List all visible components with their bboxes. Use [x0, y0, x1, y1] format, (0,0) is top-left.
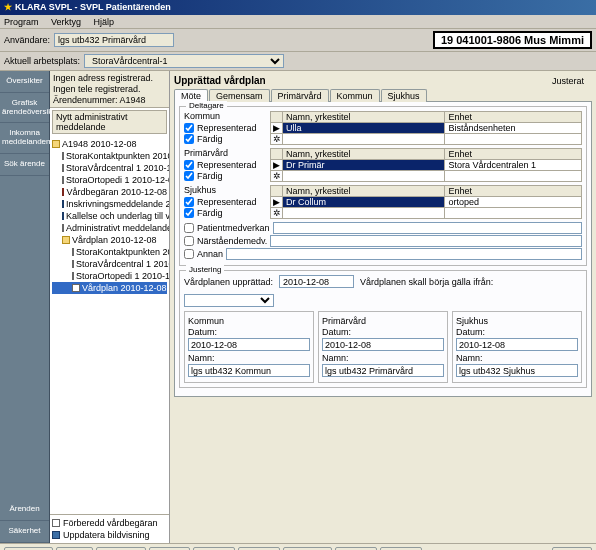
- deltagare-group: Deltagare KommunRepresenteradFärdigNamn,…: [179, 106, 587, 266]
- patient-banner: 19 041001-9806 Mus Mimmi: [433, 31, 592, 49]
- participant-unit[interactable]: ortoped: [445, 197, 581, 207]
- doc-icon: [62, 224, 64, 232]
- sidebar-item-sakerhet[interactable]: Säkerhet: [0, 521, 49, 543]
- just-date: 2010-12-08: [456, 338, 578, 351]
- menu-bar: Program Verktyg Hjälp: [0, 15, 596, 29]
- action-bar: RedigeraUtkastPubliceraAviseraJusteraKvi…: [0, 543, 596, 550]
- fardig-check[interactable]: Färdig: [184, 171, 266, 181]
- title-bar: ★ KLARA SVPL - SVPL Patientärenden: [0, 0, 596, 15]
- deltagare-legend: Deltagare: [186, 101, 227, 110]
- tree-item[interactable]: StoraKontaktpunkten 2010-12-0: [52, 150, 167, 162]
- status-justerat: Justerat: [552, 76, 584, 86]
- add-row-icon[interactable]: ✲: [271, 171, 283, 181]
- menu-program[interactable]: Program: [4, 17, 39, 27]
- doc-icon: [52, 519, 60, 527]
- tab-primarvard[interactable]: Primärvård: [271, 89, 329, 102]
- doc-icon: [72, 272, 74, 280]
- blue-icon: [62, 212, 64, 220]
- tree-header: Ingen adress registrerad. Ingen tele reg…: [50, 71, 169, 108]
- app-icon: ★: [4, 0, 12, 15]
- justering-legend: Justering: [186, 265, 224, 274]
- fardig-check[interactable]: Färdig: [184, 208, 266, 218]
- participant-name[interactable]: Dr Primär: [283, 160, 445, 170]
- participant-unit[interactable]: Stora Vårdcentralen 1: [445, 160, 581, 170]
- new-admin-msg-button[interactable]: Nytt administrativt meddelande: [52, 110, 167, 134]
- red-icon: [62, 188, 64, 196]
- toolbar-row1: Användare: lgs utb432 Primärvård 19 0410…: [0, 29, 596, 52]
- sidebar-item-inkomna[interactable]: Inkomna meddelanden: [0, 123, 49, 154]
- workplace-label: Aktuell arbetsplats:: [4, 56, 80, 66]
- tree-item[interactable]: Vårdplan 2010-12-08: [52, 234, 167, 246]
- tree-item[interactable]: Inskrivningsmeddelande 2010-1: [52, 198, 167, 210]
- extra-field[interactable]: [270, 235, 582, 247]
- borja-label: Vårdplanen skall börja gälla ifrån:: [360, 277, 493, 287]
- tree-item[interactable]: Vårdplan 2010-12-08: [52, 282, 167, 294]
- tree-item[interactable]: StoraVårdcentral 1 2010-12: [52, 258, 167, 270]
- just-date: 2010-12-08: [188, 338, 310, 351]
- just-date: 2010-12-08: [322, 338, 444, 351]
- just-name: lgs utb432 Primärvård: [322, 364, 444, 377]
- extra-field[interactable]: [226, 248, 582, 260]
- extra-check[interactable]: Annan: [184, 249, 223, 259]
- sub-tabs: Möte Gemensam Primärvård Kommun Sjukhus: [174, 88, 592, 102]
- refresh-image-link[interactable]: Uppdatera bildvisning: [52, 529, 167, 541]
- address-info: Ingen adress registrerad. Ingen tele reg…: [53, 73, 166, 95]
- sidebar-item-arenden[interactable]: Ärenden: [0, 499, 49, 521]
- folder-icon: [62, 236, 70, 244]
- menu-hjalp[interactable]: Hjälp: [94, 17, 115, 27]
- tab-sjukhus[interactable]: Sjukhus: [381, 89, 427, 102]
- sidebar-item-grafisk[interactable]: Grafisk ärendeöversikt: [0, 93, 49, 124]
- tree-item[interactable]: A1948 2010-12-08: [52, 138, 167, 150]
- add-row-icon[interactable]: ✲: [271, 208, 283, 218]
- workplace-select[interactable]: StoraVårdcentral-1: [84, 54, 284, 68]
- upprattad-date[interactable]: [279, 275, 354, 288]
- fardig-check[interactable]: Färdig: [184, 134, 266, 144]
- just-name: lgs utb432 Kommun: [188, 364, 310, 377]
- representerad-check[interactable]: Representerad: [184, 123, 266, 133]
- add-row-icon[interactable]: ✲: [271, 134, 283, 144]
- tree-item[interactable]: StoraVårdcentral 1 2010-12-08: [52, 162, 167, 174]
- extra-check[interactable]: Närståendemedv.: [184, 236, 267, 246]
- window-title: KLARA SVPL - SVPL Patientärenden: [15, 0, 171, 15]
- folder-icon: [52, 140, 60, 148]
- blue-icon: [62, 200, 64, 208]
- participant-name[interactable]: Ulla: [283, 123, 445, 133]
- left-nav: Översikter Grafisk ärendeöversikt Inkomn…: [0, 71, 50, 543]
- tree-item[interactable]: StoraKontaktpunkten 2010-: [52, 246, 167, 258]
- extra-check[interactable]: Patientmedverkan: [184, 223, 270, 233]
- sidebar-item-sok[interactable]: Sök ärende: [0, 154, 49, 176]
- doc-icon: [72, 260, 74, 268]
- borja-select[interactable]: [184, 294, 274, 307]
- doc-icon: [62, 176, 64, 184]
- user-field: lgs utb432 Primärvård: [54, 33, 174, 47]
- extra-field[interactable]: [273, 222, 582, 234]
- representerad-check[interactable]: Representerad: [184, 197, 266, 207]
- tree-item[interactable]: Administrativt meddelande 201: [52, 222, 167, 234]
- doc-icon: [72, 248, 74, 256]
- doc-icon: [72, 284, 80, 292]
- user-label: Användare:: [4, 35, 50, 45]
- participant-name[interactable]: Dr Collum: [283, 197, 445, 207]
- case-number: Ärendenummer: A1948: [53, 95, 166, 106]
- doc-icon: [62, 152, 64, 160]
- tree-item[interactable]: Vårdbegäran 2010-12-08: [52, 186, 167, 198]
- doc-icon: [62, 164, 64, 172]
- menu-verktyg[interactable]: Verktyg: [51, 17, 81, 27]
- content-area: Upprättad vårdplan Justerat Möte Gemensa…: [170, 71, 596, 543]
- tree-item[interactable]: StoraOrtopedi 1 2010-12-08: [52, 174, 167, 186]
- upprattad-label: Vårdplanen upprättad:: [184, 277, 273, 287]
- tab-kommun[interactable]: Kommun: [330, 89, 380, 102]
- prepared-request-link[interactable]: Förberedd vårdbegäran: [52, 517, 167, 529]
- participant-unit[interactable]: Biståndsenheten: [445, 123, 581, 133]
- representerad-check[interactable]: Representerad: [184, 160, 266, 170]
- just-name: lgs utb432 Sjukhus: [456, 364, 578, 377]
- case-tree[interactable]: A1948 2010-12-08StoraKontaktpunkten 2010…: [50, 136, 169, 514]
- refresh-icon: [52, 531, 60, 539]
- sidebar-item-oversikter[interactable]: Översikter: [0, 71, 49, 93]
- tree-item[interactable]: Kallelse och underlag till vårdpl: [52, 210, 167, 222]
- tree-panel: Ingen adress registrerad. Ingen tele reg…: [50, 71, 170, 543]
- page-title: Upprättad vårdplan: [174, 75, 266, 86]
- tree-item[interactable]: StoraOrtopedi 1 2010-12-08: [52, 270, 167, 282]
- toolbar-row2: Aktuell arbetsplats: StoraVårdcentral-1: [0, 52, 596, 71]
- justering-group: Justering Vårdplanen upprättad: Vårdplan…: [179, 270, 587, 388]
